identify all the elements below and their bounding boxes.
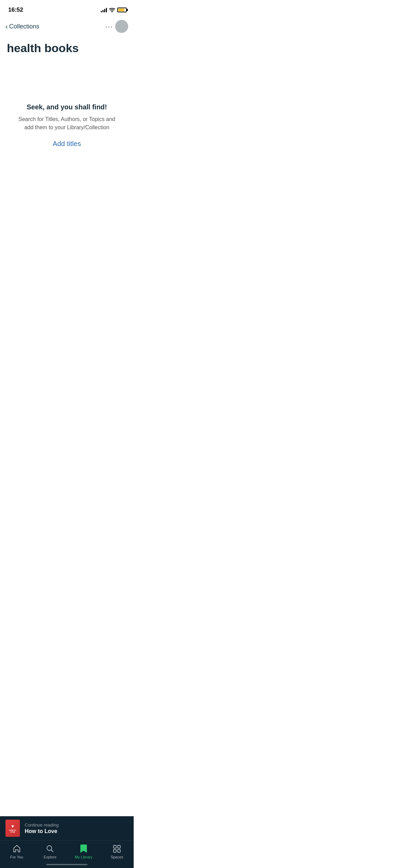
status-icons xyxy=(101,8,127,12)
svg-point-0 xyxy=(112,12,112,12)
empty-state: Seek, and you shall find! Search for Tit… xyxy=(0,83,134,168)
header-right: ··· xyxy=(105,20,128,33)
back-button[interactable]: ‹ Collections xyxy=(5,23,39,31)
more-menu-button[interactable]: ··· xyxy=(105,23,113,31)
empty-state-description: Search for Titles, Authors, or Topics an… xyxy=(14,115,120,132)
back-chevron-icon: ‹ xyxy=(5,23,8,31)
wifi-icon xyxy=(109,8,115,12)
status-bar: 16:52 xyxy=(0,0,134,17)
nav-header: ‹ Collections ··· xyxy=(0,17,134,36)
add-titles-button[interactable]: Add titles xyxy=(53,140,81,148)
page-title: health books xyxy=(0,36,134,55)
empty-state-heading: Seek, and you shall find! xyxy=(27,103,107,111)
back-label: Collections xyxy=(9,23,39,30)
status-time: 16:52 xyxy=(8,7,23,13)
avatar[interactable] xyxy=(115,20,128,33)
battery-icon xyxy=(117,8,127,12)
signal-icon xyxy=(101,8,107,12)
